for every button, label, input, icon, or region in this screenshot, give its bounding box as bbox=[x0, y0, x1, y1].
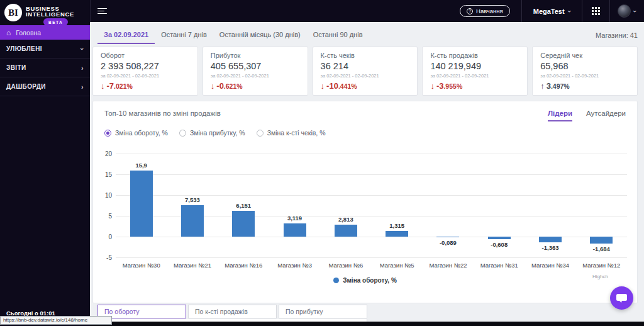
kpi-delta-main: -0 bbox=[216, 81, 224, 91]
home-icon: ⌂ bbox=[6, 30, 11, 36]
bottom-tab-1[interactable]: По к-сті продажів bbox=[188, 305, 277, 318]
bar-value-label: -0,089 bbox=[440, 239, 457, 246]
period-tab-1[interactable]: Останні 7 днів bbox=[155, 26, 213, 44]
y-tick-label: 20 bbox=[105, 150, 112, 157]
kpi-delta-frac: .621% bbox=[224, 82, 243, 90]
bar-column: 15,9 bbox=[116, 154, 167, 257]
bar-Магазин №21[interactable] bbox=[181, 205, 204, 237]
kpi-value: 65,968 bbox=[540, 61, 630, 71]
metric-radio-label: Зміна к-сті чеків, % bbox=[267, 129, 326, 137]
bar-Магазин №34[interactable] bbox=[539, 237, 562, 242]
bar-value-label: 2,813 bbox=[338, 216, 353, 223]
bar-Магазин №3[interactable] bbox=[284, 223, 306, 237]
kpi-value: 2 393 508,227 bbox=[101, 61, 190, 71]
period-tab-2[interactable]: Останній місяць (30 днів) bbox=[213, 26, 307, 44]
kpi-delta: ↓-0.621% bbox=[211, 81, 300, 91]
metric-radio-1[interactable]: Зміна прибутку, % bbox=[179, 129, 245, 137]
sidebar-item-label: ДАШБОРДИ bbox=[6, 83, 46, 90]
sidebar-item-label: ЗВІТИ bbox=[6, 64, 26, 71]
metric-radio-0[interactable]: Зміна обороту, % bbox=[104, 129, 168, 137]
period-tabs-row: За 02.09.2021Останні 7 днівОстанній міся… bbox=[97, 26, 638, 44]
kpi-delta-main: -10 bbox=[326, 81, 338, 91]
leaders-tab-1[interactable]: Аутсайдери bbox=[586, 110, 626, 121]
sidebar-item-3[interactable]: ДАШБОРДИ› bbox=[0, 77, 90, 96]
metric-radio-2[interactable]: Зміна к-сті чеків, % bbox=[257, 129, 326, 137]
main-content: За 02.09.2021Останні 7 днівОстанній міся… bbox=[90, 22, 644, 326]
bar-Магазин №16[interactable] bbox=[232, 211, 255, 237]
bottom-tabs: По оборотуПо к-сті продажівПо прибутку bbox=[97, 305, 638, 318]
menu-toggle-icon[interactable] bbox=[97, 6, 107, 16]
x-category-label: Магазин №30 bbox=[116, 262, 167, 269]
bottom-tab-2[interactable]: По прибутку bbox=[279, 305, 367, 318]
bar-Магазин №5[interactable] bbox=[386, 231, 408, 237]
arrow-up-icon: ↑ bbox=[540, 81, 545, 91]
bi-logo-icon: BI bbox=[4, 4, 22, 21]
kpi-card-1: Прибуток405 655,307за 02-09-2021 - 02-09… bbox=[203, 47, 308, 96]
sidebar-item-2[interactable]: ЗВІТИ› bbox=[0, 59, 90, 77]
chart-title: Топ-10 магазинів по зміні продажів bbox=[104, 110, 221, 117]
bar-column: 2,813 bbox=[320, 154, 371, 257]
x-category-label: Магазин №31 bbox=[474, 262, 525, 269]
x-category-label: Магазин №22 bbox=[423, 262, 474, 269]
arrow-down-icon: ↓ bbox=[430, 81, 435, 91]
app-logo[interactable]: BI BUSINESS INTELLIGENCE BETA bbox=[0, 0, 90, 25]
kpi-card-3: К-сть продажів140 219,949за 02-09-2021 -… bbox=[422, 47, 528, 96]
kpi-delta: ↑3.497% bbox=[540, 81, 630, 91]
topbar-right: ? Навчання MegaTest › › bbox=[460, 0, 644, 22]
y-axis-labels: 20151050-5 bbox=[98, 154, 116, 257]
legend-marker-icon bbox=[333, 278, 339, 283]
kpi-delta: ↓-3.955% bbox=[430, 81, 519, 91]
bar-column: 7,533 bbox=[167, 154, 218, 257]
x-category-label: Магазин №34 bbox=[525, 262, 575, 269]
chevron-down-icon: › bbox=[79, 47, 86, 50]
bar-Магазин №31[interactable] bbox=[488, 237, 511, 239]
y-tick-label: 5 bbox=[108, 213, 112, 220]
kpi-title: К-сть чеків bbox=[321, 52, 410, 59]
y-tick-label: -5 bbox=[106, 254, 112, 261]
bar-Магазин №30[interactable] bbox=[130, 171, 153, 237]
bar-Магазин №12[interactable] bbox=[590, 237, 613, 244]
kpi-title: Середній чек bbox=[540, 52, 630, 59]
top10-chart-panel: Топ-10 магазинів по зміні продажів Лідер… bbox=[92, 101, 638, 303]
user-menu[interactable]: › bbox=[610, 4, 644, 18]
leaders-tab-0[interactable]: Лідери bbox=[548, 110, 572, 121]
sidebar-nav: ⌂ГоловнаУЛЮБЛЕНІ›ЗВІТИ›ДАШБОРДИ› bbox=[0, 25, 90, 96]
bar-Магазин №22[interactable] bbox=[436, 237, 459, 237]
x-category-label: Магазин №6 bbox=[320, 262, 371, 269]
sidebar-item-label: Головна bbox=[16, 29, 41, 37]
kpi-title: Оборот bbox=[101, 52, 190, 59]
chat-button[interactable] bbox=[610, 286, 633, 310]
kpi-value: 36 214 bbox=[321, 61, 410, 71]
bar-value-label: -1,363 bbox=[542, 244, 559, 251]
chevron-down-icon: › bbox=[631, 10, 639, 13]
chart-body: 20151050-5 15,97,5336,1513,1192,8131,315… bbox=[98, 154, 627, 257]
x-category-label: Магазин №5 bbox=[371, 262, 422, 269]
chart-legend[interactable]: Зміна обороту, % bbox=[93, 277, 637, 284]
kpi-value: 405 655,307 bbox=[211, 61, 300, 71]
bar-column: -0,608 bbox=[474, 154, 525, 257]
kpi-card-2: К-сть чеків36 214за 02-09-2021 - 02-09-2… bbox=[313, 47, 418, 96]
sidebar: BI BUSINESS INTELLIGENCE BETA ⌂ГоловнаУЛ… bbox=[0, 0, 90, 326]
kpi-card-4: Середній чек65,968за 02-09-2021 - 02-09-… bbox=[532, 47, 638, 96]
highcharts-watermark: Highch bbox=[592, 274, 608, 279]
kpi-period: за 02-09-2021 - 02-09-2021 bbox=[211, 73, 300, 79]
sidebar-item-home[interactable]: ⌂Головна bbox=[0, 25, 90, 40]
apps-grid-icon[interactable] bbox=[582, 7, 609, 15]
radio-icon bbox=[257, 130, 264, 137]
bar-column: -1,684 bbox=[576, 154, 627, 257]
sidebar-item-1[interactable]: УЛЮБЛЕНІ› bbox=[0, 40, 90, 59]
arrow-down-icon: ↓ bbox=[321, 81, 325, 91]
radio-icon bbox=[179, 130, 186, 137]
account-name: MegaTest bbox=[533, 8, 565, 15]
period-tab-3[interactable]: Останні 90 днів bbox=[307, 26, 369, 44]
bottom-edge-strip bbox=[90, 322, 644, 326]
bar-value-label: -1,684 bbox=[593, 245, 610, 252]
bar-Магазин №6[interactable] bbox=[335, 225, 357, 237]
period-tab-0[interactable]: За 02.09.2021 bbox=[97, 26, 155, 44]
kpi-delta-main: -3 bbox=[436, 81, 444, 91]
kpi-delta-main: -7 bbox=[107, 81, 114, 91]
kpi-title: К-сть продажів bbox=[430, 52, 519, 59]
account-menu[interactable]: MegaTest › bbox=[522, 0, 582, 22]
help-icon: ? bbox=[467, 8, 473, 14]
training-button[interactable]: ? Навчання bbox=[460, 5, 510, 17]
